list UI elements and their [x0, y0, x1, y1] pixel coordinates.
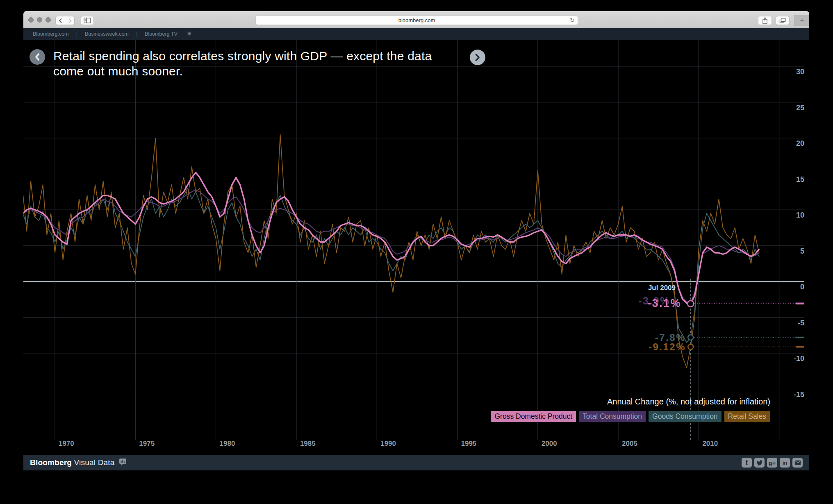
chevron-right-icon [475, 54, 480, 61]
chart-area: 302520151050-5-10-1519701975198019851990… [23, 40, 809, 455]
legend-chip-retail-sales[interactable]: Retail Sales [724, 411, 770, 422]
url-text: bloomberg.com [398, 17, 435, 23]
history-nav-buttons [55, 16, 75, 25]
twitter-button[interactable] [754, 458, 765, 468]
svg-text:30: 30 [796, 68, 804, 76]
svg-text:-15: -15 [794, 390, 804, 399]
browser-window: bloomberg.com ↻ + Bloomberg.com | Busine… [23, 11, 809, 472]
plus-icon: + [800, 16, 804, 25]
svg-text:1980: 1980 [220, 440, 235, 447]
svg-text:1990: 1990 [380, 440, 396, 447]
email-button[interactable] [792, 458, 803, 468]
reload-icon[interactable]: ↻ [570, 17, 575, 23]
tabs-icon [779, 18, 786, 23]
bloomberg-nav: Bloomberg.com | Businessweek.com | Bloom… [23, 28, 809, 40]
google-plus-button[interactable]: g+ [767, 458, 777, 468]
svg-text:1970: 1970 [59, 440, 74, 447]
nav-divider: | [136, 31, 137, 37]
chevron-left-icon [34, 53, 40, 61]
legend-chip-goods-consumption[interactable]: Goods Consumption [649, 411, 721, 422]
linkedin-icon: in [783, 460, 787, 466]
nav-link-bloomberg[interactable]: Bloomberg.com [33, 31, 69, 37]
zoom-window-button[interactable] [46, 17, 51, 23]
footer-brand-bold: Bloomberg [30, 458, 72, 467]
x-gridlines-and-labels: 197019751980198519901995200020052010 [55, 40, 779, 447]
nav-link-bloomberg-tv[interactable]: Bloomberg TV [145, 31, 178, 37]
chevron-left-icon [59, 18, 62, 23]
site-footer: Bloomberg Visual Data f g+ [23, 455, 809, 470]
nav-tv-plus-icon [187, 32, 191, 36]
linkedin-button[interactable]: in [780, 458, 790, 468]
y-gridlines-and-labels: 302520151050-5-10-15 [23, 66, 804, 399]
slide-title-line1: Retail spending also correlates strongly… [53, 48, 467, 64]
svg-text:0: 0 [800, 283, 804, 291]
tab-overview-button[interactable] [776, 16, 790, 25]
browser-titlebar: bloomberg.com ↻ + [23, 11, 809, 28]
sidebar-toggle-button[interactable] [81, 16, 94, 25]
svg-text:-9.12%: -9.12% [649, 341, 686, 352]
svg-text:1985: 1985 [300, 440, 316, 447]
next-slide-button[interactable] [470, 50, 485, 65]
facebook-button[interactable]: f [742, 458, 752, 468]
minimize-window-button[interactable] [37, 17, 42, 23]
share-button[interactable] [758, 16, 772, 25]
svg-text:-3.1%: -3.1% [647, 297, 681, 309]
svg-text:5: 5 [800, 247, 804, 255]
svg-text:25: 25 [796, 104, 804, 112]
address-bar[interactable]: bloomberg.com ↻ [255, 16, 578, 25]
svg-text:-5: -5 [798, 319, 804, 327]
chevron-right-icon [68, 18, 72, 23]
nav-link-businessweek[interactable]: Businessweek.com [85, 31, 129, 37]
svg-text:10: 10 [796, 211, 804, 219]
back-button[interactable] [56, 16, 65, 25]
legend: Gross Domestic Product Total Consumption… [491, 411, 770, 422]
svg-text:1995: 1995 [461, 440, 477, 447]
twitter-icon [756, 460, 763, 465]
social-buttons: f g+ in [742, 458, 803, 468]
sidebar-icon [84, 18, 91, 23]
new-tab-button[interactable]: + [794, 15, 809, 26]
legend-chip-total-consumption[interactable]: Total Consumption [579, 411, 646, 422]
legend-chip-gdp[interactable]: Gross Domestic Product [491, 411, 576, 422]
footer-brand: Bloomberg Visual Data [30, 458, 115, 467]
slide-title: Retail spending also correlates strongly… [53, 48, 467, 79]
close-window-button[interactable] [28, 17, 34, 23]
series-retail-sales [23, 134, 759, 368]
traffic-lights [28, 17, 51, 23]
email-icon [794, 460, 801, 465]
google-plus-icon: g+ [769, 459, 776, 466]
svg-text:Jul 2009: Jul 2009 [648, 284, 676, 292]
facebook-icon: f [746, 459, 748, 467]
svg-text:2000: 2000 [542, 440, 557, 447]
series-lines [23, 134, 759, 368]
nav-divider: | [76, 31, 77, 37]
svg-text:15: 15 [796, 175, 804, 184]
slide-title-line2: come out much sooner. [53, 64, 467, 79]
series-goods-consumption [23, 188, 759, 343]
share-icon [762, 17, 768, 24]
svg-text:1975: 1975 [139, 440, 155, 447]
svg-text:20: 20 [796, 139, 804, 148]
svg-text:-10: -10 [794, 354, 804, 363]
time-series-chart: 302520151050-5-10-1519701975198019851990… [23, 40, 809, 455]
previous-slide-button[interactable] [30, 49, 45, 65]
svg-text:2005: 2005 [622, 440, 637, 447]
forward-button[interactable] [65, 16, 74, 25]
footer-brand-light: Visual Data [74, 458, 115, 467]
svg-text:2010: 2010 [702, 440, 718, 447]
visual-data-chart-bubble-icon [119, 458, 127, 468]
legend-title: Annual Change (%, not adjusted for infla… [607, 397, 770, 406]
